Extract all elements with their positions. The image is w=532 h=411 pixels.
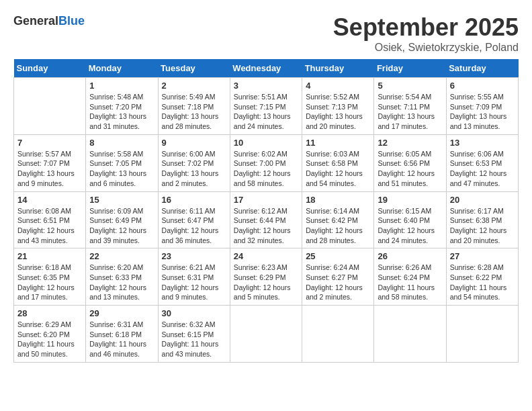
day-number: 9 xyxy=(162,138,226,148)
title-block: September 2025 Osiek, Swietokrzyskie, Po… xyxy=(333,13,519,54)
calendar-cell: 30Sunrise: 6:32 AMSunset: 6:15 PMDayligh… xyxy=(158,306,230,363)
calendar-cell: 3Sunrise: 5:51 AMSunset: 7:15 PMDaylight… xyxy=(230,78,302,135)
calendar-cell: 9Sunrise: 6:00 AMSunset: 7:02 PMDaylight… xyxy=(158,134,230,191)
day-info: Sunrise: 5:54 AMSunset: 7:11 PMDaylight:… xyxy=(378,92,442,132)
day-number: 1 xyxy=(89,81,154,91)
calendar-cell: 29Sunrise: 6:31 AMSunset: 6:18 PMDayligh… xyxy=(86,306,158,363)
calendar-cell: 8Sunrise: 5:58 AMSunset: 7:05 PMDaylight… xyxy=(86,134,158,191)
calendar-cell: 15Sunrise: 6:09 AMSunset: 6:49 PMDayligh… xyxy=(86,191,158,248)
day-number: 16 xyxy=(162,195,226,205)
day-number: 4 xyxy=(306,81,370,91)
calendar-cell: 14Sunrise: 6:08 AMSunset: 6:51 PMDayligh… xyxy=(14,191,86,248)
page-header: General Blue GeneralBlue September 2025 … xyxy=(13,13,519,54)
logo-general: GeneralBlue xyxy=(13,13,85,29)
day-number: 15 xyxy=(89,195,154,205)
calendar-cell: 18Sunrise: 6:14 AMSunset: 6:42 PMDayligh… xyxy=(302,191,374,248)
col-thursday: Thursday xyxy=(302,59,374,78)
day-number: 13 xyxy=(450,138,515,148)
calendar-cell xyxy=(302,306,374,363)
col-sunday: Sunday xyxy=(14,59,86,78)
calendar-cell: 4Sunrise: 5:52 AMSunset: 7:13 PMDaylight… xyxy=(302,78,374,135)
day-info: Sunrise: 5:49 AMSunset: 7:18 PMDaylight:… xyxy=(162,92,226,132)
calendar-cell: 6Sunrise: 5:55 AMSunset: 7:09 PMDaylight… xyxy=(446,78,518,135)
day-number: 17 xyxy=(234,195,298,205)
col-monday: Monday xyxy=(86,59,158,78)
day-info: Sunrise: 6:21 AMSunset: 6:31 PMDaylight:… xyxy=(162,263,226,302)
calendar-cell: 28Sunrise: 6:29 AMSunset: 6:20 PMDayligh… xyxy=(14,306,86,363)
calendar-subtitle: Osiek, Swietokrzyskie, Poland xyxy=(333,42,519,54)
col-tuesday: Tuesday xyxy=(158,59,230,78)
day-number: 3 xyxy=(234,81,298,91)
calendar-cell: 27Sunrise: 6:28 AMSunset: 6:22 PMDayligh… xyxy=(446,248,518,306)
day-info: Sunrise: 5:51 AMSunset: 7:15 PMDaylight:… xyxy=(234,92,298,132)
day-info: Sunrise: 6:02 AMSunset: 7:00 PMDaylight:… xyxy=(234,149,298,189)
calendar-week-row: 28Sunrise: 6:29 AMSunset: 6:20 PMDayligh… xyxy=(14,306,519,363)
calendar-cell xyxy=(14,78,86,135)
calendar-week-row: 14Sunrise: 6:08 AMSunset: 6:51 PMDayligh… xyxy=(14,191,519,248)
day-number: 27 xyxy=(450,251,515,261)
day-info: Sunrise: 6:00 AMSunset: 7:02 PMDaylight:… xyxy=(162,149,226,189)
day-info: Sunrise: 6:17 AMSunset: 6:38 PMDaylight:… xyxy=(450,206,515,246)
calendar-cell: 13Sunrise: 6:06 AMSunset: 6:53 PMDayligh… xyxy=(446,134,518,191)
day-number: 5 xyxy=(378,81,442,91)
day-number: 18 xyxy=(306,195,370,205)
calendar-cell: 26Sunrise: 6:26 AMSunset: 6:24 PMDayligh… xyxy=(374,248,446,306)
day-info: Sunrise: 6:08 AMSunset: 6:51 PMDaylight:… xyxy=(17,206,82,246)
day-info: Sunrise: 6:31 AMSunset: 6:18 PMDaylight:… xyxy=(89,320,154,359)
day-info: Sunrise: 5:48 AMSunset: 7:20 PMDaylight:… xyxy=(89,92,154,132)
calendar-cell: 1Sunrise: 5:48 AMSunset: 7:20 PMDaylight… xyxy=(86,78,158,135)
calendar-cell: 22Sunrise: 6:20 AMSunset: 6:33 PMDayligh… xyxy=(86,248,158,306)
calendar-cell: 20Sunrise: 6:17 AMSunset: 6:38 PMDayligh… xyxy=(446,191,518,248)
day-number: 25 xyxy=(306,251,370,261)
calendar-cell: 7Sunrise: 5:57 AMSunset: 7:07 PMDaylight… xyxy=(14,134,86,191)
calendar-week-row: 1Sunrise: 5:48 AMSunset: 7:20 PMDaylight… xyxy=(14,78,519,135)
calendar-week-row: 7Sunrise: 5:57 AMSunset: 7:07 PMDaylight… xyxy=(14,134,519,191)
day-info: Sunrise: 6:24 AMSunset: 6:27 PMDaylight:… xyxy=(306,263,370,302)
calendar-cell: 25Sunrise: 6:24 AMSunset: 6:27 PMDayligh… xyxy=(302,248,374,306)
day-number: 29 xyxy=(89,308,154,318)
day-number: 20 xyxy=(450,195,515,205)
day-number: 24 xyxy=(234,251,298,261)
calendar-cell: 16Sunrise: 6:11 AMSunset: 6:47 PMDayligh… xyxy=(158,191,230,248)
day-number: 12 xyxy=(378,138,442,148)
day-number: 22 xyxy=(89,251,154,261)
calendar-table: Sunday Monday Tuesday Wednesday Thursday… xyxy=(13,59,519,363)
day-info: Sunrise: 6:06 AMSunset: 6:53 PMDaylight:… xyxy=(450,149,515,189)
col-friday: Friday xyxy=(374,59,446,78)
calendar-cell xyxy=(446,306,518,363)
day-number: 6 xyxy=(450,81,515,91)
calendar-cell: 17Sunrise: 6:12 AMSunset: 6:44 PMDayligh… xyxy=(230,191,302,248)
day-number: 26 xyxy=(378,251,442,261)
day-info: Sunrise: 6:11 AMSunset: 6:47 PMDaylight:… xyxy=(162,206,226,246)
day-info: Sunrise: 6:03 AMSunset: 6:58 PMDaylight:… xyxy=(306,149,370,189)
day-number: 8 xyxy=(89,138,154,148)
day-info: Sunrise: 5:52 AMSunset: 7:13 PMDaylight:… xyxy=(306,92,370,132)
day-info: Sunrise: 5:57 AMSunset: 7:07 PMDaylight:… xyxy=(17,149,82,189)
day-info: Sunrise: 6:32 AMSunset: 6:15 PMDaylight:… xyxy=(162,320,226,359)
day-number: 7 xyxy=(17,138,82,148)
day-info: Sunrise: 6:26 AMSunset: 6:24 PMDaylight:… xyxy=(378,263,442,302)
day-info: Sunrise: 5:55 AMSunset: 7:09 PMDaylight:… xyxy=(450,92,515,132)
day-info: Sunrise: 6:15 AMSunset: 6:40 PMDaylight:… xyxy=(378,206,442,246)
day-number: 2 xyxy=(162,81,226,91)
calendar-cell: 21Sunrise: 6:18 AMSunset: 6:35 PMDayligh… xyxy=(14,248,86,306)
day-info: Sunrise: 6:09 AMSunset: 6:49 PMDaylight:… xyxy=(89,206,154,246)
day-info: Sunrise: 6:12 AMSunset: 6:44 PMDaylight:… xyxy=(234,206,298,246)
calendar-cell: 24Sunrise: 6:23 AMSunset: 6:29 PMDayligh… xyxy=(230,248,302,306)
day-number: 10 xyxy=(234,138,298,148)
calendar-cell: 11Sunrise: 6:03 AMSunset: 6:58 PMDayligh… xyxy=(302,134,374,191)
day-info: Sunrise: 6:14 AMSunset: 6:42 PMDaylight:… xyxy=(306,206,370,246)
calendar-week-row: 21Sunrise: 6:18 AMSunset: 6:35 PMDayligh… xyxy=(14,248,519,306)
col-wednesday: Wednesday xyxy=(230,59,302,78)
day-info: Sunrise: 6:20 AMSunset: 6:33 PMDaylight:… xyxy=(89,263,154,302)
calendar-header-row: Sunday Monday Tuesday Wednesday Thursday… xyxy=(14,59,519,78)
calendar-cell xyxy=(374,306,446,363)
day-number: 23 xyxy=(162,251,226,261)
calendar-cell: 2Sunrise: 5:49 AMSunset: 7:18 PMDaylight… xyxy=(158,78,230,135)
day-number: 19 xyxy=(378,195,442,205)
day-number: 28 xyxy=(17,308,82,318)
day-number: 30 xyxy=(162,308,226,318)
day-number: 14 xyxy=(17,195,82,205)
day-number: 11 xyxy=(306,138,370,148)
calendar-cell xyxy=(230,306,302,363)
